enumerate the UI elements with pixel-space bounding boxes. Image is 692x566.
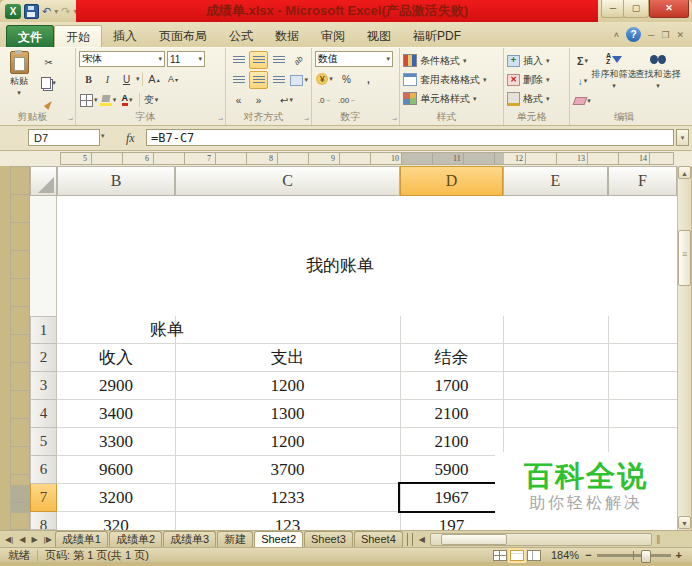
cell-D6[interactable]: 5900 bbox=[400, 456, 503, 484]
first-sheet-icon[interactable]: ◀| bbox=[0, 535, 16, 544]
delete-cells-button[interactable]: ✕ 删除 ▾ bbox=[507, 70, 567, 89]
cell-B1[interactable]: 账单 bbox=[57, 316, 277, 344]
find-select-button[interactable]: 查找和选择 ▾ bbox=[636, 51, 680, 90]
horizontal-scrollbar-thumb[interactable] bbox=[441, 534, 507, 545]
tab-foxit-pdf[interactable]: 福昕PDF bbox=[402, 25, 472, 47]
clear-button[interactable]: ▾ bbox=[573, 92, 592, 110]
align-top-button[interactable] bbox=[229, 51, 248, 69]
workbook-close-icon[interactable]: ✕ bbox=[676, 30, 684, 40]
increase-indent-button[interactable]: » bbox=[249, 91, 268, 109]
tab-review[interactable]: 审阅 bbox=[310, 25, 356, 47]
sheet-tab-1[interactable]: 成绩单1 bbox=[55, 531, 108, 547]
row-header-2[interactable]: 2 bbox=[30, 344, 57, 372]
row-header-5[interactable]: 5 bbox=[30, 428, 57, 456]
prev-sheet-icon[interactable]: ◀ bbox=[16, 535, 28, 544]
decrease-decimal-button[interactable]: .00← bbox=[337, 91, 357, 109]
sheet-tab-6[interactable]: Sheet3 bbox=[304, 531, 353, 547]
sheet-tab-3[interactable]: 成绩单3 bbox=[163, 531, 216, 547]
cell-C6[interactable]: 3700 bbox=[175, 456, 400, 484]
cell-B2[interactable]: 收入 bbox=[57, 344, 175, 372]
vertical-scrollbar-thumb[interactable] bbox=[678, 230, 691, 286]
row-header-8[interactable]: 8 bbox=[30, 512, 57, 530]
select-all-corner[interactable] bbox=[30, 166, 57, 196]
fx-icon[interactable]: fx bbox=[126, 131, 135, 146]
font-size-combo[interactable]: 11▾ bbox=[167, 51, 205, 67]
cell-B5[interactable]: 3300 bbox=[57, 428, 175, 456]
sheet-tab-2[interactable]: 成绩单2 bbox=[109, 531, 162, 547]
row-header-3[interactable]: 3 bbox=[30, 372, 57, 400]
cell-B7[interactable]: 3200 bbox=[57, 484, 175, 512]
fill-button[interactable]: ↓▾ bbox=[573, 72, 592, 90]
sheet-tab-4[interactable]: 新建 bbox=[217, 531, 253, 547]
phonetic-button[interactable]: 变▾ bbox=[142, 91, 161, 109]
percent-style-button[interactable]: % bbox=[337, 70, 356, 88]
workbook-minimize-icon[interactable]: ─ bbox=[648, 30, 654, 40]
name-box[interactable]: D7 bbox=[28, 129, 100, 146]
page-header-text[interactable]: 我的账单 bbox=[120, 254, 560, 277]
align-bottom-button[interactable] bbox=[269, 51, 288, 69]
align-left-button[interactable] bbox=[229, 71, 248, 89]
wrap-text-button[interactable]: ↩▾ bbox=[277, 91, 296, 109]
orientation-button[interactable]: ab bbox=[289, 51, 308, 69]
align-right-button[interactable] bbox=[269, 71, 288, 89]
undo-dropdown-icon[interactable]: ▾ bbox=[54, 7, 58, 16]
underline-button[interactable]: U bbox=[117, 70, 136, 88]
tab-formulas[interactable]: 公式 bbox=[218, 25, 264, 47]
tab-insert[interactable]: 插入 bbox=[102, 25, 148, 47]
cell-D3[interactable]: 1700 bbox=[400, 372, 503, 400]
copy-button[interactable]: ▾ bbox=[39, 74, 58, 92]
window-close-button[interactable]: ✕ bbox=[649, 0, 689, 18]
cell-C5[interactable]: 1200 bbox=[175, 428, 400, 456]
window-maximize-button[interactable]: ▢ bbox=[623, 0, 649, 18]
cell-B6[interactable]: 9600 bbox=[57, 456, 175, 484]
workbook-restore-icon[interactable]: ❐ bbox=[661, 30, 669, 40]
row-header-4[interactable]: 4 bbox=[30, 400, 57, 428]
hscroll-left-icon[interactable]: ◀ bbox=[416, 535, 428, 544]
cut-button[interactable]: ✂ bbox=[39, 53, 58, 71]
zoom-slider-thumb[interactable] bbox=[641, 550, 651, 563]
number-dialog-launcher-icon[interactable]: ⌐ bbox=[392, 116, 397, 123]
view-normal-icon[interactable] bbox=[493, 550, 507, 561]
increase-decimal-button[interactable]: .0→ bbox=[315, 91, 334, 109]
column-header-E[interactable]: E bbox=[503, 166, 608, 196]
cell-B3[interactable]: 2900 bbox=[57, 372, 175, 400]
row-header-7[interactable]: 7 bbox=[30, 484, 57, 512]
shrink-font-button[interactable]: A▾ bbox=[164, 70, 183, 88]
cell-B4[interactable]: 3400 bbox=[57, 400, 175, 428]
autosum-button[interactable]: Σ▾ bbox=[573, 52, 592, 70]
sort-filter-button[interactable]: AZ 排序和筛选 ▾ bbox=[592, 51, 636, 90]
align-middle-button[interactable] bbox=[249, 51, 268, 69]
save-icon[interactable] bbox=[24, 4, 39, 19]
cell-C7[interactable]: 1233 bbox=[175, 484, 400, 512]
paste-button[interactable]: 粘贴 ▾ bbox=[3, 51, 35, 97]
formula-bar-expand-icon[interactable]: ▾ bbox=[676, 129, 689, 146]
view-page-break-icon[interactable] bbox=[527, 550, 541, 561]
window-resize-grip[interactable]: ∥ bbox=[656, 534, 661, 544]
sheet-tab-7[interactable]: Sheet4 bbox=[354, 531, 403, 547]
cell-C4[interactable]: 1300 bbox=[175, 400, 400, 428]
insert-cells-button[interactable]: + 插入 ▾ bbox=[507, 51, 567, 70]
next-sheet-icon[interactable]: ▶ bbox=[28, 535, 40, 544]
tab-data[interactable]: 数据 bbox=[264, 25, 310, 47]
name-box-dropdown-icon[interactable]: ▾ bbox=[101, 132, 105, 140]
font-color-button[interactable]: A▾ bbox=[118, 91, 137, 109]
tab-view[interactable]: 视图 bbox=[356, 25, 402, 47]
format-as-table-button[interactable]: 套用表格格式 ▾ bbox=[403, 70, 501, 89]
number-format-combo[interactable]: 数值▾ bbox=[315, 51, 393, 67]
bold-button[interactable]: B bbox=[79, 70, 98, 88]
merge-center-button[interactable]: ▾ bbox=[289, 71, 309, 89]
cell-C2[interactable]: 支出 bbox=[175, 344, 400, 372]
window-minimize-button[interactable]: ─ bbox=[601, 0, 625, 18]
column-header-C[interactable]: C bbox=[175, 166, 400, 196]
comma-style-button[interactable]: , bbox=[359, 70, 378, 88]
zoom-in-icon[interactable]: + bbox=[676, 549, 682, 561]
italic-button[interactable]: I bbox=[98, 70, 117, 88]
zoom-level[interactable]: 184% bbox=[551, 549, 579, 561]
vertical-scrollbar[interactable]: ▲ ▼ bbox=[677, 166, 691, 530]
font-name-combo[interactable]: 宋体▾ bbox=[79, 51, 165, 67]
row-header-6[interactable]: 6 bbox=[30, 456, 57, 484]
zoom-out-icon[interactable]: − bbox=[585, 549, 591, 561]
ribbon-collapse-icon[interactable]: ˄ bbox=[614, 30, 619, 40]
help-icon[interactable]: ? bbox=[626, 27, 641, 42]
conditional-formatting-button[interactable]: 条件格式 ▾ bbox=[403, 51, 501, 70]
